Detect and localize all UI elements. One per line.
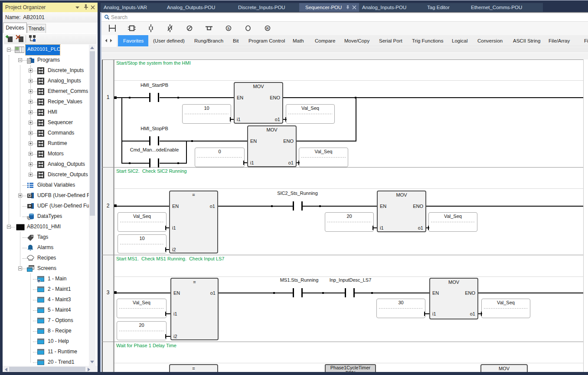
svg-text:S: S (227, 26, 230, 30)
svg-text:1: 1 (38, 279, 40, 282)
svg-text:R: R (266, 26, 269, 30)
